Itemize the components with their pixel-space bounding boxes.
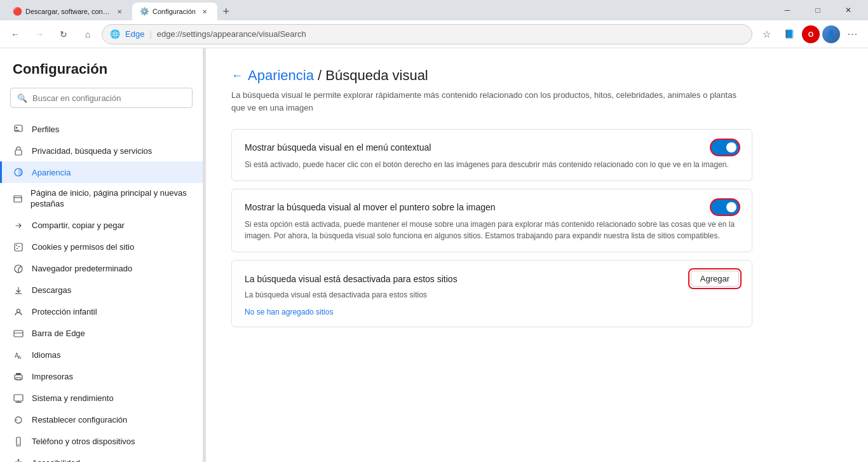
- tab2-favicon: ⚙️: [140, 7, 149, 16]
- page-description: La búsqueda visual le permite explorar r…: [231, 89, 740, 114]
- setting1-label: Mostrar búsqueda visual en el menú conte…: [245, 142, 431, 153]
- page-title: Apariencia / Búsqueda visual: [248, 67, 428, 84]
- window-controls: ─ □ ✕: [773, 0, 863, 20]
- address-bar[interactable]: 🌐 Edge | edge://settings/appearance/visu…: [102, 24, 752, 44]
- sidebar-item-barra[interactable]: Barra de Edge: [0, 323, 203, 344]
- toggle-2[interactable]: [711, 200, 739, 215]
- navegador-icon: [13, 263, 24, 275]
- svg-text:A: A: [18, 355, 22, 360]
- sidebar-item-telefono[interactable]: Teléfono y otros dispositivos: [0, 431, 203, 452]
- setting-card-2: Mostrar la búsqueda visual al mover el p…: [231, 189, 752, 252]
- cookies-icon: [13, 241, 24, 253]
- disabled-sites-card: La búsqueda visual está desactivada para…: [231, 260, 752, 327]
- address-separator: |: [149, 29, 151, 39]
- tab1-title: Descargar, software, controlador...: [25, 8, 111, 15]
- descargas-icon: [13, 285, 24, 296]
- sidebar-item-restablecer[interactable]: Restablecer configuración: [0, 409, 203, 431]
- cookies-label: Cookies y permisos del sitio: [32, 242, 134, 252]
- sidebar-item-accesibilidad[interactable]: Accesibilidad: [0, 452, 203, 462]
- accesibilidad-label: Accesibilidad: [32, 458, 80, 462]
- sidebar-item-privacidad[interactable]: Privacidad, búsqueda y servicios: [0, 140, 203, 161]
- close-button[interactable]: ✕: [834, 0, 863, 20]
- search-icon: 🔍: [17, 93, 27, 103]
- svg-rect-20: [14, 395, 23, 401]
- add-button[interactable]: Agregar: [691, 271, 739, 287]
- forward-button[interactable]: →: [29, 24, 50, 44]
- tab-active[interactable]: ⚙️ Configuración ✕: [132, 3, 217, 20]
- breadcrumb-current: Búsqueda visual: [325, 67, 428, 83]
- minimize-button[interactable]: ─: [773, 0, 802, 20]
- compartir-icon: [13, 220, 24, 231]
- address-url: edge://settings/appearance/visualSearch: [157, 29, 306, 39]
- setting-card-1: Mostrar búsqueda visual en el menú conte…: [231, 129, 752, 181]
- descargas-label: Descargas: [32, 285, 71, 295]
- back-arrow[interactable]: ←: [231, 69, 243, 83]
- page-header: ← Apariencia / Búsqueda visual: [231, 67, 843, 84]
- refresh-button[interactable]: ↻: [53, 24, 74, 44]
- sidebar-item-sistema[interactable]: Sistema y rendimiento: [0, 388, 203, 409]
- svg-point-7: [16, 245, 17, 246]
- sidebar-item-proteccion[interactable]: Protección infantil: [0, 301, 203, 323]
- search-input[interactable]: [32, 93, 186, 103]
- sidebar-item-inicio[interactable]: Página de inicio, página principal y nue…: [0, 183, 203, 215]
- navegador-label: Navegador predeterminado: [32, 264, 132, 273]
- back-button[interactable]: ←: [5, 24, 25, 44]
- telefono-label: Teléfono y otros dispositivos: [32, 437, 135, 446]
- tab1-close[interactable]: ✕: [114, 6, 125, 17]
- setting2-label: Mostrar la búsqueda visual al mover el p…: [245, 202, 496, 212]
- main-content: ← Apariencia / Búsqueda visual La búsque…: [206, 48, 868, 462]
- impresoras-label: Impresoras: [32, 372, 73, 381]
- tab1-favicon: 🔴: [13, 7, 22, 16]
- browser-content: Configuración 🔍 Perfiles Privacidad, bús…: [0, 48, 868, 462]
- svg-point-1: [16, 127, 18, 129]
- sidebar-item-perfiles[interactable]: Perfiles: [0, 118, 203, 140]
- impresoras-icon: [13, 371, 24, 383]
- proteccion-label: Protección infantil: [32, 307, 97, 316]
- sistema-label: Sistema y rendimiento: [32, 393, 114, 403]
- inicio-icon: [13, 193, 23, 205]
- sidebar-item-compartir[interactable]: Compartir, copiar y pegar: [0, 215, 203, 236]
- new-tab-button[interactable]: +: [217, 3, 235, 20]
- tab-inactive[interactable]: 🔴 Descargar, software, controlador... ✕: [5, 3, 132, 20]
- barra-label: Barra de Edge: [32, 329, 85, 338]
- apariencia-label: Apariencia: [32, 168, 71, 177]
- restablecer-icon: [13, 414, 24, 426]
- telefono-icon: [13, 436, 24, 447]
- privacidad-icon: [13, 145, 24, 156]
- sidebar-item-navegador[interactable]: Navegador predeterminado: [0, 258, 203, 280]
- accesibilidad-icon: [13, 458, 24, 462]
- opera-icon[interactable]: O: [802, 25, 820, 43]
- tab2-close[interactable]: ✕: [200, 6, 210, 17]
- home-button[interactable]: ⌂: [78, 24, 98, 44]
- maximize-button[interactable]: □: [803, 0, 832, 20]
- barra-icon: [13, 328, 24, 339]
- sidebar-item-idiomas[interactable]: AA Idiomas: [0, 344, 203, 366]
- collections-icon[interactable]: 📘: [779, 24, 799, 44]
- svg-point-12: [17, 309, 20, 312]
- inicio-label: Página de inicio, página principal y nue…: [31, 188, 190, 210]
- disabled-sites-label: La búsqueda visual está desactivada para…: [245, 274, 458, 284]
- avatar[interactable]: 👤: [822, 25, 840, 43]
- sidebar-item-apariencia[interactable]: Apariencia: [0, 161, 203, 183]
- toggle-1[interactable]: [711, 140, 739, 155]
- apariencia-breadcrumb-link[interactable]: Apariencia: [248, 67, 314, 83]
- privacidad-label: Privacidad, búsqueda y servicios: [32, 146, 152, 156]
- svg-rect-13: [14, 330, 23, 337]
- sidebar: Configuración 🔍 Perfiles Privacidad, bús…: [0, 48, 203, 462]
- sistema-icon: [13, 393, 24, 404]
- no-sites-message: No se han agregado sitios: [245, 308, 333, 316]
- favorites-icon[interactable]: ☆: [756, 24, 776, 44]
- svg-rect-18: [16, 373, 21, 375]
- svg-rect-6: [15, 243, 22, 251]
- breadcrumb-separator: /: [318, 67, 325, 83]
- svg-point-9: [17, 248, 18, 249]
- sidebar-item-impresoras[interactable]: Impresoras: [0, 366, 203, 388]
- more-button[interactable]: ···: [843, 24, 863, 44]
- sidebar-item-descargas[interactable]: Descargas: [0, 280, 203, 301]
- disabled-sites-sublabel: La búsqueda visual está desactivada para…: [245, 290, 739, 299]
- setting1-description: Si está activado, puede hacer clic con e…: [245, 159, 739, 170]
- search-box[interactable]: 🔍: [10, 88, 193, 108]
- svg-rect-4: [14, 196, 22, 202]
- perfiles-icon: [13, 123, 24, 135]
- sidebar-item-cookies[interactable]: Cookies y permisos del sitio: [0, 236, 203, 258]
